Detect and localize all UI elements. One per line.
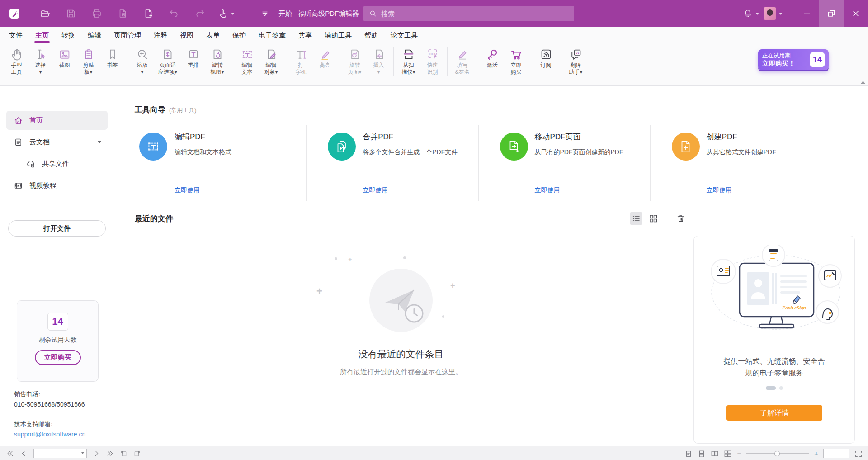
next-page-icon[interactable]: [93, 450, 100, 457]
toolbar-select[interactable]: 选择▾: [28, 47, 52, 76]
create-pdf-icon[interactable]: [139, 5, 157, 23]
search-box[interactable]: [363, 6, 574, 21]
sidebar-item-video-tutorials[interactable]: 视频教程: [6, 176, 108, 195]
support-email-link[interactable]: support@foxitsoftware.cn: [14, 430, 85, 438]
zoom-out-button[interactable]: −: [737, 450, 741, 457]
list-view-button[interactable]: [630, 212, 642, 225]
menu-view[interactable]: 视图: [174, 27, 200, 43]
use-now-link[interactable]: 立即使用: [175, 186, 200, 194]
toolbar-rotate-pages[interactable]: 旋转页面▾: [343, 47, 367, 76]
toolbar-subscribe[interactable]: 订阅: [534, 47, 558, 69]
use-now-link[interactable]: 立即使用: [535, 186, 560, 194]
search-input[interactable]: [381, 10, 553, 18]
use-now-link[interactable]: 立即使用: [363, 186, 388, 194]
first-page-icon[interactable]: [6, 450, 14, 457]
open-file-icon[interactable]: [36, 5, 54, 23]
learn-more-button[interactable]: 了解详情: [726, 405, 822, 421]
buy-now-button[interactable]: 立即购买: [35, 350, 81, 365]
toolbar-edit-object[interactable]: 编辑对象▾: [259, 47, 283, 76]
zoom-slider[interactable]: [746, 451, 809, 457]
toolbar-fit-page[interactable]: 页面适应选项▾: [154, 47, 181, 76]
sidebar-item-cloud-docs[interactable]: 云文档: [6, 133, 108, 152]
toolbar-activate[interactable]: 激活: [480, 47, 504, 69]
single-page-view-icon[interactable]: [684, 450, 693, 458]
menu-share[interactable]: 共享: [292, 27, 318, 43]
zoom-level-input[interactable]: [824, 450, 849, 458]
use-now-link[interactable]: 立即使用: [707, 186, 732, 194]
last-page-icon[interactable]: [106, 450, 114, 457]
print-icon[interactable]: [88, 5, 106, 23]
menu-comment[interactable]: 注释: [147, 27, 174, 43]
facing-view-icon[interactable]: [711, 450, 719, 458]
facing-continuous-view-icon[interactable]: [724, 450, 732, 458]
open-file-button[interactable]: 打开文件: [8, 220, 106, 237]
toolbar-quick-ocr[interactable]: OCR 快速识别: [420, 47, 444, 76]
chevron-down-icon[interactable]: [779, 13, 783, 15]
zoom-level-box[interactable]: [823, 449, 849, 458]
menu-convert[interactable]: 转换: [55, 27, 81, 43]
menu-help[interactable]: 帮助: [358, 27, 384, 43]
toolbar-from-scanner[interactable]: 从扫描仪▾: [396, 47, 420, 76]
toolbar-label: 对象▾: [264, 69, 278, 76]
restore-button[interactable]: [819, 0, 844, 27]
menu-file[interactable]: 文件: [3, 27, 29, 43]
divider: [667, 214, 667, 223]
menu-esign[interactable]: 电子签章: [252, 27, 292, 43]
close-button[interactable]: [844, 0, 868, 27]
zoom-slider-thumb[interactable]: [774, 451, 780, 456]
card-merge-pdf[interactable]: 合并PDF 将多个文件合并生成一个PDF文件 立即使用: [306, 125, 478, 201]
grid-view-button[interactable]: [647, 212, 660, 225]
clear-recent-button[interactable]: [675, 212, 687, 225]
menu-paper-tools[interactable]: 论文工具: [384, 27, 424, 43]
toolbar-rotate-view[interactable]: 旋转视图▾: [205, 47, 229, 76]
toolbar-bookmark[interactable]: 书签: [100, 47, 124, 69]
scroll-up-arrow[interactable]: [861, 81, 865, 84]
hand-tool-icon[interactable]: [217, 5, 240, 23]
continuous-view-icon[interactable]: [698, 450, 706, 458]
toolbar-buy-now[interactable]: 立即购买: [504, 47, 528, 76]
toolbar-edit-text[interactable]: 编辑文本: [235, 47, 259, 76]
card-edit-pdf[interactable]: 编辑PDF 编辑文档和文本格式 立即使用: [135, 125, 306, 201]
chevron-down-icon[interactable]: [755, 13, 759, 15]
card-create-pdf[interactable]: 创建PDF 从其它格式文件创建PDF 立即使用: [650, 125, 822, 201]
sidebar-item-home[interactable]: 首页: [6, 111, 108, 130]
undo-icon[interactable]: [165, 5, 183, 23]
export-icon[interactable]: [113, 5, 132, 23]
carousel-dot[interactable]: [779, 386, 783, 390]
menu-protect[interactable]: 保护: [226, 27, 252, 43]
fit-window-icon[interactable]: [854, 450, 863, 458]
save-icon[interactable]: [62, 5, 80, 23]
toolbar-translate-assistant[interactable]: A 翻译助手▾: [564, 47, 588, 76]
chevron-down-icon[interactable]: [98, 141, 101, 143]
user-avatar[interactable]: [764, 7, 776, 20]
rotate-right-icon[interactable]: [133, 450, 141, 457]
notification-bell-icon[interactable]: [743, 9, 753, 19]
toolbar-clipboard[interactable]: 剪贴板▾: [76, 47, 100, 76]
previous-page-icon[interactable]: [20, 450, 28, 457]
carousel-dot-active[interactable]: [766, 386, 776, 390]
sidebar-item-shared-files[interactable]: 共享文件: [6, 154, 108, 173]
card-move-pdf-pages[interactable]: 移动PDF页面 从已有的PDF页面创建新的PDF 立即使用: [478, 125, 650, 201]
toolbar-snapshot[interactable]: 截图: [52, 47, 76, 69]
toolbar-fill-sign[interactable]: 填写&签名: [450, 47, 474, 76]
zoom-in-button[interactable]: +: [814, 450, 818, 457]
minimize-button[interactable]: [795, 0, 819, 27]
toolbar-typewriter[interactable]: 打字机: [289, 47, 313, 76]
toolbar-hand-tool[interactable]: 手型工具: [5, 47, 28, 76]
menu-edit[interactable]: 编辑: [81, 27, 108, 43]
collapse-toolbar-icon[interactable]: [256, 5, 274, 23]
menu-home[interactable]: 主页: [29, 27, 55, 43]
trial-badge[interactable]: 正在试用期 立即购买！ 14: [758, 49, 829, 70]
toolbar-insert-pages[interactable]: 插入▾: [367, 47, 391, 76]
page-number-input[interactable]: [34, 450, 81, 456]
toolbar-zoom[interactable]: 缩放▾: [130, 47, 154, 76]
redo-icon[interactable]: [191, 5, 209, 23]
menu-form[interactable]: 表单: [200, 27, 226, 43]
menu-accessibility[interactable]: 辅助工具: [318, 27, 358, 43]
page-number-box[interactable]: [33, 449, 87, 458]
toolbar-reflow[interactable]: 重排: [181, 47, 205, 69]
toolbar-highlight[interactable]: 高亮: [313, 47, 337, 69]
rotate-left-icon[interactable]: [120, 450, 127, 457]
menu-page-organize[interactable]: 页面管理: [108, 27, 147, 43]
reflow-icon: [187, 47, 200, 61]
